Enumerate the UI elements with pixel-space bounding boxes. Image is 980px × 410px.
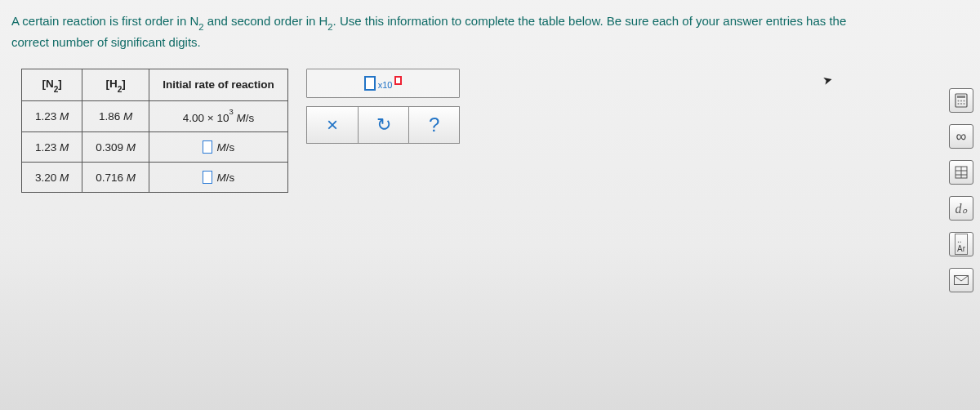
table-icon [955, 166, 968, 179]
cell-n2: 1.23 M [22, 132, 82, 163]
input-palette: x10 × ↻ ? [306, 69, 460, 144]
exponent-box-icon [394, 76, 402, 85]
svg-point-3 [960, 100, 962, 102]
table-header-rate: Initial rate of reaction [149, 69, 288, 101]
mail-icon [954, 275, 969, 285]
help-icon: ? [429, 114, 439, 136]
answer-input-box[interactable] [203, 140, 212, 154]
cell-h2: 0.309 M [82, 132, 149, 163]
svg-point-2 [958, 100, 960, 102]
table-row: 3.20 M 0.716 M M/s [22, 163, 288, 193]
problem-text-1c: . Use this information to complete the t… [333, 14, 847, 28]
cell-n2: 3.20 M [22, 163, 82, 193]
x10-label: x10 [378, 80, 393, 90]
mantissa-box-icon [364, 76, 376, 91]
svg-point-6 [960, 103, 962, 105]
table-header-n2: [N2] [22, 69, 82, 101]
scientific-notation-button[interactable]: x10 [306, 69, 460, 98]
mail-button[interactable] [949, 268, 973, 292]
problem-text-1b: and second order in [204, 14, 319, 28]
doo-icon: dₒ [956, 201, 968, 216]
undo-icon: ↻ [376, 114, 391, 136]
reset-button[interactable]: ↻ [358, 107, 408, 143]
cell-h2: 0.716 M [82, 163, 149, 193]
table-row: 1.23 M 0.309 M M/s [22, 132, 288, 163]
problem-text-1a: A certain reaction is first order in [11, 14, 189, 28]
clear-button[interactable]: × [307, 107, 358, 143]
calculator-button[interactable] [949, 88, 973, 113]
periodic-icon: ..Ar [955, 234, 968, 255]
reaction-data-table: [N2] [H2] Initial rate of reaction 1.23 … [21, 69, 288, 193]
answer-input-box[interactable] [203, 171, 212, 184]
cell-rate-input[interactable]: M/s [149, 132, 288, 163]
table-tool-button[interactable] [949, 160, 973, 185]
species-h2: H2 [318, 14, 332, 28]
problem-statement: A certain reaction is first order in N2 … [0, 0, 980, 52]
side-toolbar: ∞ dₒ ..Ar [949, 88, 973, 292]
help-button[interactable]: ? [408, 107, 459, 143]
problem-text-2: correct number of significant digits. [11, 35, 201, 49]
svg-rect-1 [957, 96, 965, 98]
cell-rate-input[interactable]: M/s [149, 163, 288, 193]
svg-point-4 [964, 100, 965, 102]
cell-n2: 1.23 M [22, 100, 82, 132]
calculator-icon [955, 93, 968, 108]
svg-point-5 [958, 103, 960, 105]
periodic-table-button[interactable]: ..Ar [949, 232, 973, 256]
table-row: 1.23 M 1.86 M 4.00 × 103 M/s [22, 100, 288, 132]
infinity-button[interactable]: ∞ [949, 124, 973, 149]
svg-point-7 [964, 103, 965, 105]
table-header-h2: [H2] [82, 69, 149, 101]
species-n2: N2 [189, 14, 203, 28]
density-button[interactable]: dₒ [949, 196, 973, 221]
cell-rate-given: 4.00 × 103 M/s [149, 100, 288, 132]
infinity-icon: ∞ [956, 128, 967, 145]
cell-h2: 1.86 M [82, 100, 149, 132]
close-icon: × [327, 114, 338, 136]
